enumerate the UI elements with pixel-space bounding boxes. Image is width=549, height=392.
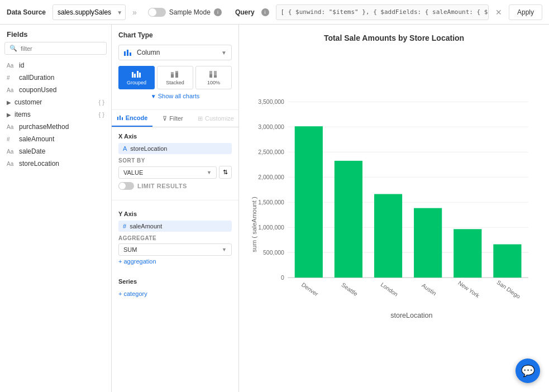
- variant-grouped-btn[interactable]: Grouped: [118, 66, 155, 89]
- sample-mode-label: Sample Mode: [169, 8, 211, 16]
- y-axis-field-name: saleAmount: [130, 223, 162, 230]
- middle-panel: Chart Type Column ▼: [112, 25, 239, 392]
- x-axis-label-text: storeLocation: [390, 312, 432, 319]
- field-type-icon-callDuration: #: [7, 75, 16, 81]
- svg-rect-7: [171, 74, 174, 78]
- svg-text:London: London: [380, 281, 399, 298]
- sort-value-select[interactable]: VALUE ▼: [118, 166, 217, 179]
- svg-rect-15: [117, 117, 118, 120]
- svg-rect-5: [137, 71, 139, 78]
- query-info[interactable]: i: [261, 8, 269, 16]
- bar-newyork: [453, 229, 481, 278]
- series-title: Series: [118, 278, 232, 285]
- field-group-items[interactable]: ▶ items { }: [0, 108, 111, 121]
- field-item-saleAmount[interactable]: # saleAmount: [0, 133, 111, 145]
- chart-type-arrow: ▼: [221, 50, 227, 56]
- svg-text:Austin: Austin: [421, 282, 437, 297]
- search-icon: 🔍: [9, 45, 17, 52]
- field-type-icon-saleDate: Aa: [7, 149, 16, 155]
- field-item-id[interactable]: Aa id: [0, 59, 111, 71]
- y-axis-section: Y Axis # saleAmount AGGREGATE SUM ▼ + ag…: [112, 205, 238, 273]
- x-axis-field-type-icon: A: [123, 145, 127, 152]
- add-aggregation-btn[interactable]: + aggregation: [118, 256, 232, 267]
- svg-text:New York: New York: [457, 280, 481, 299]
- y-axis-field-type-icon: #: [123, 223, 126, 230]
- aggregate-label: AGGREGATE: [118, 235, 232, 241]
- sort-direction-btn[interactable]: ⇅: [219, 166, 232, 179]
- svg-text:3,000,000: 3,000,000: [258, 124, 284, 130]
- tab-customize[interactable]: ⊞ Customize: [193, 110, 238, 127]
- query-label: Query: [235, 8, 255, 16]
- stacked-icon: [170, 70, 181, 79]
- svg-rect-6: [139, 73, 141, 78]
- svg-text:2,000,000: 2,000,000: [258, 174, 284, 180]
- encode-tabs: Encode ⊽ Filter ⊞ Customize: [112, 110, 238, 127]
- aggregate-select[interactable]: SUM ▼: [118, 243, 232, 256]
- tab-encode[interactable]: Encode: [112, 110, 152, 127]
- chart-type-section: Chart Type Column ▼: [112, 25, 238, 110]
- svg-text:2,500,000: 2,500,000: [258, 149, 284, 155]
- svg-text:Denver: Denver: [300, 281, 319, 298]
- fields-search-box[interactable]: 🔍: [4, 42, 107, 55]
- series-section: Series + category: [112, 273, 238, 305]
- chat-bubble-button[interactable]: 💬: [515, 358, 540, 383]
- data-source-select[interactable]: sales.supplySales: [52, 4, 126, 20]
- svg-text:0: 0: [281, 275, 284, 281]
- chart-area: sum ( saleAmount ) 3,500,000 3,000,000 2…: [248, 49, 540, 376]
- field-item-callDuration[interactable]: # callDuration: [0, 71, 111, 84]
- chart-type-dropdown[interactable]: Column ▼: [118, 45, 232, 60]
- svg-rect-4: [134, 74, 136, 78]
- sample-mode-info[interactable]: i: [214, 8, 222, 16]
- pipeline-arrow[interactable]: »: [132, 8, 137, 17]
- fields-search-input[interactable]: [21, 45, 102, 52]
- svg-text:500,000: 500,000: [263, 250, 284, 256]
- top-bar: Data Source sales.supplySales ▼ » Sample…: [0, 0, 549, 25]
- variant-stacked-btn[interactable]: Stacked: [157, 66, 193, 89]
- svg-rect-2: [130, 52, 131, 56]
- bar-sandiego: [493, 244, 521, 278]
- svg-text:3,500,000: 3,500,000: [258, 99, 284, 105]
- chart-panel: Total Sale Amounts by Store Location sum…: [239, 25, 549, 392]
- svg-rect-9: [175, 73, 178, 78]
- field-item-storeLocation[interactable]: Aa storeLocation: [0, 157, 111, 170]
- bar-austin: [414, 208, 442, 278]
- show-all-charts-link[interactable]: ▼ Show all charts: [118, 89, 232, 103]
- sample-mode-toggle[interactable]: [148, 8, 166, 17]
- y-axis-field-chip[interactable]: # saleAmount: [118, 221, 232, 232]
- grouped-icon: [131, 70, 142, 79]
- bar-seattle: [335, 161, 362, 278]
- items-braces: { }: [99, 111, 104, 118]
- encode-icon: [117, 114, 123, 121]
- tab-filter[interactable]: ⊽ Filter: [152, 110, 193, 127]
- add-category-btn[interactable]: + category: [118, 288, 232, 299]
- variant-100-btn[interactable]: 100%: [195, 66, 232, 89]
- field-item-purchaseMethod[interactable]: Aa purchaseMethod: [0, 121, 111, 133]
- svg-rect-1: [127, 50, 128, 56]
- query-clear-button[interactable]: ✕: [495, 8, 502, 17]
- chat-bubble-icon: 💬: [521, 364, 535, 377]
- chart-type-title: Chart Type: [118, 31, 232, 39]
- query-input[interactable]: [ { $unwind: "$items" }, { $addFields: {…: [276, 4, 489, 20]
- field-type-icon-couponUsed: Aa: [7, 87, 16, 93]
- x-axis-title: X Axis: [118, 133, 232, 140]
- customer-braces: { }: [99, 99, 104, 106]
- limit-label: LIMIT RESULTS: [137, 183, 187, 189]
- field-type-icon-purchaseMethod: Aa: [7, 124, 16, 130]
- field-group-customer[interactable]: ▶ customer { }: [0, 96, 111, 108]
- x-axis-section: X Axis A storeLocation SORT BY VALUE ▼ ⇅…: [112, 127, 238, 195]
- field-item-couponUsed[interactable]: Aa couponUsed: [0, 84, 111, 96]
- svg-rect-17: [122, 117, 123, 120]
- main-content: Fields 🔍 Aa id # callDuration Aa couponU…: [0, 25, 549, 392]
- chart-type-selected: Column: [137, 49, 217, 56]
- svg-text:San Diego: San Diego: [495, 279, 521, 300]
- svg-rect-16: [120, 116, 121, 120]
- chart-title: Total Sale Amounts by Store Location: [248, 34, 540, 42]
- expand-icon-items: ▶: [7, 112, 11, 118]
- limit-toggle[interactable]: [118, 182, 134, 190]
- svg-rect-12: [209, 71, 212, 74]
- column-chart-icon: [123, 48, 132, 57]
- data-source-label: Data Source: [7, 8, 46, 16]
- x-axis-field-chip[interactable]: A storeLocation: [118, 143, 232, 154]
- field-item-saleDate[interactable]: Aa saleDate: [0, 145, 111, 157]
- apply-button[interactable]: Apply: [509, 4, 542, 20]
